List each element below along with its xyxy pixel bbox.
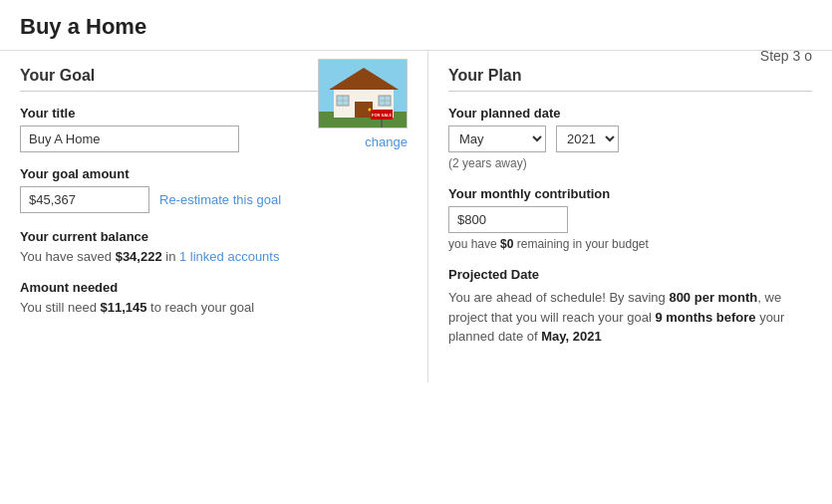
balance-prefix: You have saved [20,249,116,264]
budget-text: you have $0 remaining in your budget [448,237,812,251]
amount-needed-suffix: to reach your goal [146,300,254,315]
projected-text: You are ahead of schedule! By saving 800… [448,288,812,347]
contribution-input[interactable] [448,206,568,233]
page-title: Buy a Home [20,14,146,40]
projected-bold-2: 9 months before [655,310,755,325]
goal-amount-input[interactable] [20,186,149,213]
planned-date-block: Your planned date May January February M… [448,106,812,170]
reestimate-link[interactable]: Re-estimate this goal [159,192,281,207]
planned-date-label: Your planned date [448,106,812,121]
svg-text:FOR SALE: FOR SALE [372,113,393,118]
balance-amount: $34,222 [116,249,162,264]
balance-middle: in [162,249,179,264]
projected-bold-3: May, 2021 [541,329,601,344]
goal-amount-row: Re-estimate this goal [20,186,408,213]
left-panel: Your Goal [0,51,428,382]
current-balance-label: Your current balance [20,229,408,244]
goal-amount-label: Your goal amount [20,166,408,181]
content-area: Your Goal [0,51,832,382]
planned-month-select[interactable]: May January February March April June Ju… [448,126,546,152]
house-image: FOR SALE [319,60,408,128]
amount-needed-prefix: You still need [20,300,100,315]
goal-amount-block: Your goal amount Re-estimate this goal [20,166,408,213]
amount-needed-block: Amount needed You still need $11,145 to … [20,280,408,315]
budget-suffix: remaining in your budget [513,237,648,251]
right-panel: Your Plan Your planned date May January … [428,51,832,382]
amount-needed-label: Amount needed [20,280,408,295]
linked-accounts-link[interactable]: 1 linked accounts [179,249,279,264]
change-image-link[interactable]: change [365,134,408,149]
contribution-block: Your monthly contribution you have $0 re… [448,186,812,251]
projected-date-block: Projected Date You are ahead of schedule… [448,267,812,347]
years-away-text: (2 years away) [448,156,812,170]
budget-prefix: you have [448,237,500,251]
budget-amount: $0 [500,237,513,251]
amount-needed-text: You still need $11,145 to reach your goa… [20,300,408,315]
planned-date-row: May January February March April June Ju… [448,126,812,152]
projected-bold-1: 800 per month [669,290,757,305]
your-plan-title: Your Plan [448,67,812,92]
projected-text-1: You are ahead of schedule! By saving [448,290,669,305]
current-balance-block: Your current balance You have saved $34,… [20,229,408,264]
house-image-container: FOR SALE [318,59,408,128]
page-header: Buy a Home Step 3 o [0,0,832,51]
contribution-label: Your monthly contribution [448,186,812,201]
projected-label: Projected Date [448,267,812,282]
amount-needed-amount: $11,145 [100,300,146,315]
current-balance-text: You have saved $34,222 in 1 linked accou… [20,249,408,264]
planned-year-select[interactable]: 2021 2019 2020 2022 2023 [556,126,619,152]
title-input[interactable] [20,126,239,152]
